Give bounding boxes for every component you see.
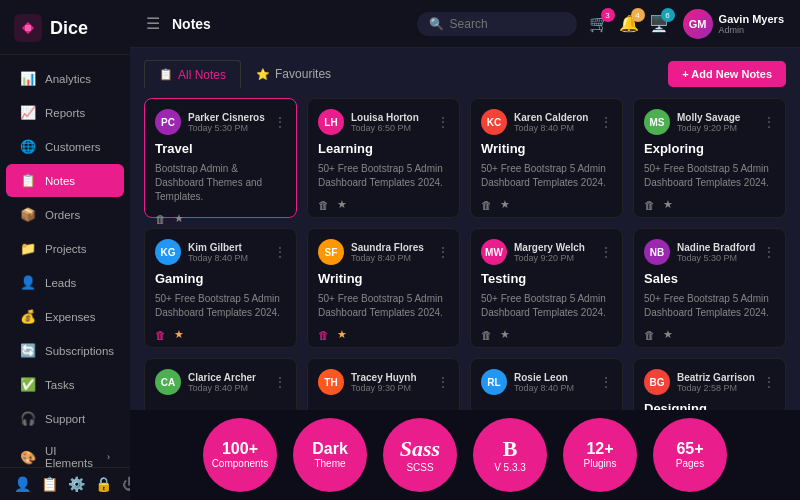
note-star-icon[interactable]: ★ [500,328,510,341]
note-menu-button[interactable]: ⋮ [763,245,775,259]
sidebar-item-tasks[interactable]: ✅ Tasks [6,368,124,401]
copy-icon[interactable]: 📋 [41,476,58,492]
note-time: Today 9:20 PM [677,123,756,133]
add-note-button[interactable]: + Add New Notes [668,61,786,87]
note-footer: 🗑 ★ [318,328,449,341]
tabs: 📋 All Notes⭐ Favourites [144,60,346,88]
lock-icon[interactable]: 🔒 [95,476,112,492]
nav-label-notes: Notes [45,175,75,187]
sidebar-item-analytics[interactable]: 📊 Analytics [6,62,124,95]
gear-icon[interactable]: ⚙️ [68,476,85,492]
note-star-icon[interactable]: ★ [174,212,184,225]
note-menu-button[interactable]: ⋮ [274,375,286,389]
nav-icon-projects: 📁 [20,241,36,256]
note-menu-button[interactable]: ⋮ [600,115,612,129]
note-menu-button[interactable]: ⋮ [600,245,612,259]
badge-main-dark-theme: Dark [312,440,348,458]
user-menu-button[interactable]: GM Gavin Myers Admin [683,9,784,39]
note-trash-icon[interactable]: 🗑 [644,329,655,341]
note-footer: 🗑 ★ [481,328,612,341]
note-time: Today 9:30 PM [351,383,430,393]
note-header: KG Kim Gilbert Today 8:40 PM ⋮ [155,239,286,265]
tab-label-favourites: Favourites [275,67,331,81]
tab-all[interactable]: 📋 All Notes [144,60,241,88]
note-title: Sales [644,271,775,286]
sidebar-item-customers[interactable]: 🌐 Customers [6,130,124,163]
note-trash-icon[interactable]: 🗑 [318,199,329,211]
note-trash-icon[interactable]: 🗑 [481,199,492,211]
note-time: Today 9:20 PM [514,253,593,263]
sidebar-item-notes[interactable]: 📋 Notes [6,164,124,197]
note-time: Today 6:50 PM [351,123,430,133]
badge-sub-bootstrap: V 5.3.3 [494,462,526,474]
badge-sass: Sass SCSS [383,418,457,492]
note-trash-icon[interactable]: 🗑 [644,199,655,211]
note-menu-button[interactable]: ⋮ [274,245,286,259]
sidebar-item-support[interactable]: 🎧 Support [6,402,124,435]
note-menu-button[interactable]: ⋮ [274,115,286,129]
sidebar-item-orders[interactable]: 📦 Orders [6,198,124,231]
search-box: 🔍 [417,12,577,36]
note-star-icon[interactable]: ★ [500,198,510,211]
nav-label-expenses: Expenses [45,311,96,323]
menu-toggle-button[interactable]: ☰ [146,14,160,33]
note-title: Testing [481,271,612,286]
sidebar-item-reports[interactable]: 📈 Reports [6,96,124,129]
note-header: SF Saundra Flores Today 8:40 PM ⋮ [318,239,449,265]
nav-label-reports: Reports [45,107,85,119]
sidebar-item-subscriptions[interactable]: 🔄 Subscriptions [6,334,124,367]
sidebar-item-ui-elements[interactable]: 🎨 UI Elements › [6,436,124,467]
note-star-icon[interactable]: ★ [663,328,673,341]
user-icon[interactable]: 👤 [14,476,31,492]
badge-sub-plugins: Plugins [584,458,617,470]
note-menu-button[interactable]: ⋮ [437,245,449,259]
note-star-icon[interactable]: ★ [337,328,347,341]
sidebar-item-projects[interactable]: 📁 Projects [6,232,124,265]
bootstrap-icon: B [503,436,518,462]
tab-favourites[interactable]: ⭐ Favourites [241,60,346,88]
note-menu-button[interactable]: ⋮ [600,375,612,389]
note-title: ... [155,401,286,410]
note-footer: 🗑 ★ [481,198,612,211]
badge-sub-components: Components [212,458,269,470]
note-star-icon[interactable]: ★ [337,198,347,211]
bell-icon-button[interactable]: 🔔 4 [619,14,639,33]
cart-badge: 3 [601,8,615,22]
avatar: GM [683,9,713,39]
nav-label-leads: Leads [45,277,76,289]
notes-grid: PC Parker Cisneros Today 5:30 PM ⋮ Trave… [144,98,786,410]
main-area: ☰ Notes 🔍 🛒 3 🔔 4 🖥️ 6 GM Gavin Myers [130,0,800,500]
monitor-icon-button[interactable]: 🖥️ 6 [649,14,669,33]
note-header: NB Nadine Bradford Today 5:30 PM ⋮ [644,239,775,265]
note-body: 50+ Free Bootstrap 5 Admin Dashboard Tem… [318,162,449,190]
logo-icon [14,14,42,42]
note-card: KC Karen Calderon Today 8:40 PM ⋮ Writin… [470,98,623,218]
power-icon[interactable]: ⏻ [122,476,130,492]
note-avatar: RL [481,369,507,395]
note-menu-button[interactable]: ⋮ [437,115,449,129]
note-trash-icon[interactable]: 🗑 [481,329,492,341]
nav-label-support: Support [45,413,85,425]
note-time: Today 8:40 PM [188,253,267,263]
tab-icon-all: 📋 [159,68,173,81]
note-trash-icon[interactable]: 🗑 [318,329,329,341]
badge-sub-dark-theme: Theme [314,458,345,470]
note-trash-icon[interactable]: 🗑 [155,329,166,341]
sidebar-item-expenses[interactable]: 💰 Expenses [6,300,124,333]
nav-icon-orders: 📦 [20,207,36,222]
cart-icon-button[interactable]: 🛒 3 [589,14,609,33]
note-menu-button[interactable]: ⋮ [437,375,449,389]
note-star-icon[interactable]: ★ [174,328,184,341]
nav-icon-reports: 📈 [20,105,36,120]
note-trash-icon[interactable]: 🗑 [155,213,166,225]
note-menu-button[interactable]: ⋮ [763,375,775,389]
sidebar-item-leads[interactable]: 👤 Leads [6,266,124,299]
note-title: Gaming [155,271,286,286]
search-input[interactable] [450,17,565,31]
monitor-badge: 6 [661,8,675,22]
note-star-icon[interactable]: ★ [663,198,673,211]
note-title: Writing [318,271,449,286]
note-body: 50+ Free Bootstrap 5 Admin Dashboard Tem… [481,292,612,320]
note-card: MW Margery Welch Today 9:20 PM ⋮ Testing… [470,228,623,348]
note-menu-button[interactable]: ⋮ [763,115,775,129]
